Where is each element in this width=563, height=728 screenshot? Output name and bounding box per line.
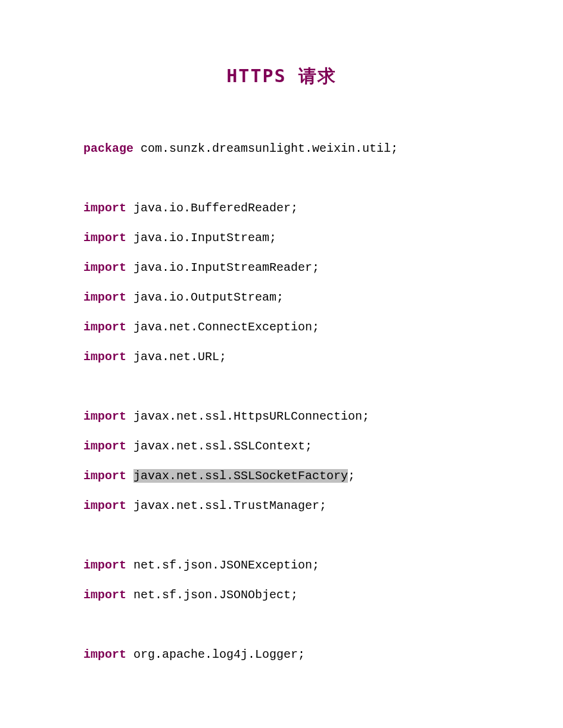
keyword: import: [83, 290, 126, 304]
code-text: net.sf.json.JSONException;: [126, 558, 319, 572]
code-line: import java.io.InputStreamReader;: [83, 253, 480, 283]
code-text: java.io.BufferedReader;: [126, 201, 298, 215]
code-text: org.apache.log4j.Logger;: [126, 648, 305, 661]
code-text: java.net.URL;: [126, 350, 226, 364]
code-text: java.io.OutputStream;: [126, 290, 284, 304]
code-line: import java.io.InputStream;: [83, 223, 480, 253]
code-line: import java.net.URL;: [83, 342, 480, 372]
code-line: import java.net.ConnectException;: [83, 313, 480, 342]
keyword: import: [83, 558, 126, 572]
keyword: import: [83, 231, 126, 245]
highlighted-text: javax.net.ssl.SSLSocketFactory: [133, 469, 348, 483]
code-text: [126, 469, 133, 483]
keyword: import: [83, 439, 126, 453]
keyword: import: [83, 410, 126, 423]
code-line: import javax.net.ssl.TrustManager;: [83, 491, 480, 521]
keyword: import: [83, 499, 126, 513]
code-text: java.io.InputStream;: [126, 231, 276, 245]
keyword: package: [83, 142, 133, 155]
keyword: import: [83, 201, 126, 215]
keyword: import: [83, 261, 126, 274]
blank-line: [83, 372, 480, 402]
blank-line: [83, 164, 480, 193]
keyword: import: [83, 469, 126, 483]
keyword: import: [83, 648, 126, 661]
code-text: net.sf.json.JSONObject;: [126, 588, 298, 602]
code-text: javax.net.ssl.SSLContext;: [126, 439, 312, 453]
code-text: java.io.InputStreamReader;: [126, 261, 319, 274]
code-line: import net.sf.json.JSONObject;: [83, 580, 480, 610]
code-block: package com.sunzk.dreamsunlight.weixin.u…: [83, 134, 480, 670]
code-line: import javax.net.ssl.HttpsURLConnection;: [83, 402, 480, 432]
blank-line: [83, 610, 480, 640]
code-line: import net.sf.json.JSONException;: [83, 551, 480, 580]
code-line: import java.io.BufferedReader;: [83, 193, 480, 223]
blank-line: [83, 521, 480, 551]
code-text: ;: [348, 469, 355, 483]
keyword: import: [83, 350, 126, 364]
keyword: import: [83, 320, 126, 334]
code-text: javax.net.ssl.HttpsURLConnection;: [126, 410, 369, 423]
keyword: import: [83, 588, 126, 602]
code-text: com.sunzk.dreamsunlight.weixin.util;: [133, 142, 398, 155]
code-line: import java.io.OutputStream;: [83, 283, 480, 313]
code-line: package com.sunzk.dreamsunlight.weixin.u…: [83, 134, 480, 164]
code-text: java.net.ConnectException;: [126, 320, 319, 334]
code-line: import org.apache.log4j.Logger;: [83, 640, 480, 670]
code-line: import javax.net.ssl.SSLContext;: [83, 432, 480, 461]
document-title: HTTPS 请求: [83, 54, 480, 98]
code-line: import javax.net.ssl.SSLSocketFactory;: [83, 461, 480, 491]
code-text: javax.net.ssl.TrustManager;: [126, 499, 326, 513]
